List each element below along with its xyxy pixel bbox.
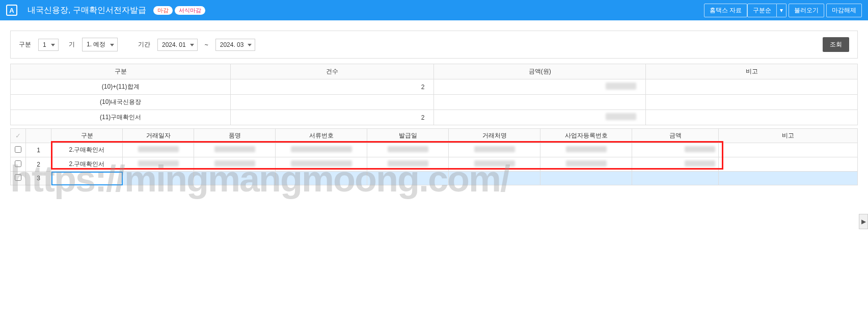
row-gubun[interactable]: 2.구매확인서 [51,143,123,157]
row-docno[interactable] [276,143,367,157]
gi-select[interactable]: 1. 예정 [82,38,118,51]
detail-header-issue: 발급일 [367,129,449,143]
detail-header-amount: 금액 [632,129,719,143]
summary-row-label: (11)구매확인서 [11,110,231,125]
chevron-right-icon: ▶ [861,218,866,225]
row-vendor[interactable] [449,143,540,157]
row-vendor[interactable] [449,172,540,185]
summary-row-count [231,95,434,110]
row-item[interactable] [194,143,276,157]
sort-dropdown-button[interactable]: ▾ [777,4,786,17]
summary-header-note: 비고 [646,64,858,79]
summary-table: 구분 건수 금액(원) 비고 (10)+(11)합계 2 (10)내국신용장 (… [10,64,858,125]
gubun-label: 구분 [19,40,31,49]
detail-header-bizno: 사업자등록번호 [540,129,632,143]
row-issue[interactable] [367,143,449,157]
summary-row-count: 2 [231,79,434,95]
badge-closed: 마감 [153,6,173,15]
summary-row-note [646,110,858,125]
row-date[interactable] [123,172,194,185]
row-docno[interactable] [276,157,367,172]
row-amount[interactable] [632,143,719,157]
hometax-data-button[interactable]: 홈택스 자료 [704,4,747,17]
summary-row-count: 2 [231,110,434,125]
search-button[interactable]: 조회 [823,37,849,52]
detail-table-wrap: ✓ 구분 거래일자 품명 서류번호 발급일 거래처명 사업자등록번호 금액 비고… [10,128,858,185]
detail-header-note: 비고 [719,129,858,143]
row-docno[interactable] [276,172,367,185]
row-issue[interactable] [367,172,449,185]
table-row[interactable]: 3 [11,172,858,185]
row-index: 3 [26,172,51,185]
row-amount[interactable] [632,172,719,185]
row-item[interactable] [194,172,276,185]
period-to-select[interactable]: 2024. 03 [215,39,256,51]
row-checkbox[interactable] [15,146,21,153]
period-label: 기간 [138,40,150,49]
row-index: 2 [26,157,51,172]
summary-header-gubun: 구분 [11,64,231,79]
row-item[interactable] [194,157,276,172]
row-vendor[interactable] [449,157,540,172]
row-gubun[interactable]: 2.구매확인서 [51,157,123,172]
page-title: 내국신용장, 구매확인서전자발급 [28,5,146,16]
summary-row-note [646,95,858,110]
detail-header-item: 품명 [194,129,276,143]
summary-row-label: (10)내국신용장 [11,95,231,110]
summary-header-amount: 금액(원) [434,64,646,79]
side-expand-button[interactable]: ▶ [859,214,868,229]
row-date[interactable] [123,157,194,172]
row-date[interactable] [123,143,194,157]
gi-label: 기 [69,40,75,49]
summary-row-amount [434,95,646,110]
unlock-button[interactable]: 마감해제 [826,4,862,17]
gubun-select[interactable]: 1 [38,39,59,51]
table-row[interactable]: 2 2.구매확인서 [11,157,858,172]
period-separator: ~ [205,41,208,48]
detail-header-vendor: 거래처명 [449,129,540,143]
filter-bar: 구분 1 기 1. 예정 기간 2024. 01 ~ 2024. 03 조회 [10,31,858,59]
row-amount[interactable] [632,157,719,172]
detail-table: ✓ 구분 거래일자 품명 서류번호 발급일 거래처명 사업자등록번호 금액 비고… [10,128,858,185]
detail-header-date: 거래일자 [123,129,194,143]
app-icon: A [6,5,17,16]
row-index: 1 [26,143,51,157]
row-note[interactable] [719,143,858,157]
load-button[interactable]: 불러오기 [789,4,824,17]
summary-row-note [646,79,858,95]
row-bizno[interactable] [540,172,632,185]
index-header [26,129,51,143]
checkall-header[interactable]: ✓ [11,129,26,143]
summary-row-amount [434,110,646,125]
summary-row-amount [434,79,646,95]
badge-form-closed: 서식마감 [175,6,205,15]
row-bizno[interactable] [540,143,632,157]
row-checkbox[interactable] [15,174,21,181]
row-note[interactable] [719,157,858,172]
period-from-select[interactable]: 2024. 01 [157,39,198,51]
summary-header-count: 건수 [231,64,434,79]
check-icon: ✓ [15,132,21,140]
row-note[interactable] [719,172,858,185]
detail-header-gubun: 구분 [51,129,123,143]
summary-row-label: (10)+(11)합계 [11,79,231,95]
row-gubun[interactable] [51,172,123,185]
row-issue[interactable] [367,157,449,172]
detail-header-docno: 서류번호 [276,129,367,143]
row-bizno[interactable] [540,157,632,172]
header-bar: A 내국신용장, 구매확인서전자발급 마감 서식마감 홈택스 자료 구분순 ▾ … [0,0,868,20]
table-row[interactable]: 1 2.구매확인서 [11,143,858,157]
sort-button[interactable]: 구분순 [747,4,777,17]
row-checkbox[interactable] [15,160,21,167]
